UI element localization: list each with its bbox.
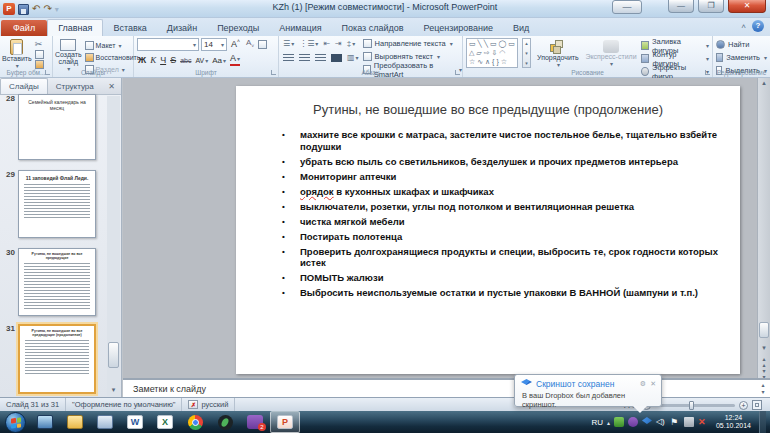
pane-tab-slides[interactable]: Слайды	[0, 78, 48, 94]
floating-minimize-button[interactable]: —	[612, 0, 642, 14]
decrease-indent-icon[interactable]: ⇤	[323, 39, 330, 48]
language-indicator[interactable]: русский	[201, 400, 228, 409]
shrink-font-icon[interactable]: A˅	[244, 38, 256, 51]
paragraph-dialog-launcher[interactable]	[455, 70, 460, 75]
pane-close-icon[interactable]: ✕	[102, 79, 121, 94]
line-spacing-icon[interactable]: ‡	[347, 39, 355, 48]
taskbar-computer-icon[interactable]	[30, 411, 60, 433]
cut-icon[interactable]: ✂	[35, 39, 44, 49]
tab-insert[interactable]: Вставка	[103, 20, 156, 36]
font-color-button[interactable]: A	[230, 54, 240, 66]
find-button[interactable]: Найти	[716, 38, 767, 51]
justify-icon[interactable]	[331, 54, 342, 62]
tab-home[interactable]: Главная	[47, 19, 103, 36]
shapes-gallery[interactable]: ▭ ╲ ╲ ▭ ◯ ▭ △ ▱ ⇨ ⇩ ◠ ☆ ∿ ∧ { } ☆	[466, 38, 518, 68]
zoom-slider[interactable]	[655, 404, 735, 407]
pane-tab-outline[interactable]: Структура	[48, 79, 102, 94]
tab-file[interactable]: Файл	[1, 20, 47, 36]
tab-design[interactable]: Дизайн	[157, 20, 207, 36]
align-center-icon[interactable]	[299, 54, 310, 62]
dropbox-notification[interactable]: Скриншот сохранен ⚙ ✕ В ваш Dropbox был …	[514, 374, 662, 407]
slide-thumbnail-28[interactable]: 28 Семейный календарь на месяц	[0, 94, 106, 160]
taskbar-explorer-icon[interactable]	[60, 411, 90, 433]
slide-thumbnail-29[interactable]: 29 11 заповедей Флай Леди.	[0, 170, 106, 238]
notes-scrollbar[interactable]: ▴▾	[757, 382, 769, 396]
action-center-flag-icon[interactable]: ⚑	[670, 417, 680, 427]
strikethrough-button[interactable]: S	[170, 55, 176, 65]
zoom-slider-knob[interactable]	[689, 401, 694, 410]
power-icon[interactable]	[684, 417, 694, 427]
scroll-up-icon[interactable]: ▴	[758, 79, 770, 87]
scrollbar-thumb[interactable]	[759, 322, 769, 338]
close-button[interactable]: ✕	[728, 0, 766, 13]
antivirus-tray-icon[interactable]	[614, 417, 624, 427]
notes-placeholder[interactable]: Заметки к слайду	[123, 380, 770, 394]
text-direction-button[interactable]: Направление текста	[363, 37, 462, 50]
pane-scrollbar-thumb[interactable]	[108, 342, 119, 368]
pane-scroll-down-icon[interactable]: ▾	[107, 386, 120, 394]
notes-pane[interactable]: Заметки к слайду ▴▾	[123, 378, 770, 397]
font-dialog-launcher[interactable]	[271, 70, 276, 75]
taskbar-word-icon[interactable]: W	[120, 411, 150, 433]
underline-button[interactable]: Ч	[160, 55, 166, 65]
grow-font-icon[interactable]: A˄	[229, 38, 242, 51]
shapes-gallery-scroll[interactable]: ▴▾▾	[522, 38, 530, 68]
tray-clock[interactable]: 12:24 05.10.2014	[712, 414, 755, 430]
language-tray-indicator[interactable]: RU	[591, 418, 603, 427]
hidden-icons-icon[interactable]: ▴	[607, 419, 610, 426]
theme-name[interactable]: "Оформление по умолчанию"	[66, 398, 182, 411]
taskbar-leaf-app-icon[interactable]	[210, 411, 240, 433]
viber-tray-icon[interactable]	[628, 417, 638, 427]
tab-review[interactable]: Рецензирование	[414, 20, 504, 36]
tab-transitions[interactable]: Переходы	[207, 20, 269, 36]
copy-icon[interactable]	[35, 50, 44, 59]
slide-bullet-list[interactable]: махните все крошки с матраса, застелите …	[276, 129, 726, 299]
arrange-button[interactable]: Упорядочить	[535, 38, 581, 68]
tab-view[interactable]: Вид	[503, 20, 539, 36]
spellcheck-status[interactable]: ✗ русский	[182, 398, 235, 411]
shadow-button[interactable]: abc	[180, 57, 191, 64]
change-case-button[interactable]: Aa	[212, 56, 226, 65]
align-left-icon[interactable]	[283, 54, 294, 62]
notification-settings-icon[interactable]: ⚙	[640, 380, 646, 388]
taskbar-calculator-icon[interactable]	[90, 411, 120, 433]
clipboard-dialog-launcher[interactable]	[45, 70, 50, 75]
start-button[interactable]	[5, 412, 26, 433]
tab-animations[interactable]: Анимация	[269, 20, 331, 36]
quick-styles-button[interactable]: Экспресс-стили	[585, 38, 637, 67]
taskbar-powerpoint-icon-active[interactable]: P	[270, 411, 300, 433]
italic-button[interactable]: К	[150, 55, 156, 65]
taskbar-excel-icon[interactable]: X	[150, 411, 180, 433]
taskbar-chrome-icon[interactable]	[180, 411, 210, 433]
volume-icon[interactable]: ◁)	[656, 417, 666, 427]
scroll-down-icon[interactable]: ▾	[758, 344, 770, 352]
collapse-ribbon-icon[interactable]: ˄	[741, 22, 746, 31]
vertical-scrollbar[interactable]: ▴ ▾ ▴▴ ▾▾	[757, 78, 770, 378]
clear-formatting-icon[interactable]	[258, 40, 267, 49]
slide-title[interactable]: Рутины, не вошедшие во все предыдущие (п…	[236, 102, 740, 117]
maximize-button[interactable]: ❐	[698, 0, 724, 13]
bullets-icon[interactable]: ☰	[283, 39, 294, 48]
help-icon[interactable]: ?	[752, 20, 764, 32]
layout-button[interactable]: Макет	[85, 40, 141, 50]
columns-icon[interactable]: ▥	[347, 53, 359, 62]
notification-close-icon[interactable]: ✕	[650, 380, 656, 388]
font-name-combo[interactable]	[137, 38, 199, 51]
drawing-dialog-launcher[interactable]	[705, 70, 710, 75]
slide-thumbnail-31-selected[interactable]: 31 Рутины, не вошедшие во все предыдущие…	[0, 324, 106, 394]
taskbar-viber-icon[interactable]: 2	[240, 411, 270, 433]
slide-thumbnail-30[interactable]: 30 Рутины, не вошедшие во все предыдущие	[0, 248, 106, 316]
minimize-button[interactable]: —	[668, 0, 694, 13]
numbering-icon[interactable]: ⋮☰	[299, 39, 318, 48]
network-disconnected-icon[interactable]: ✕	[698, 417, 708, 427]
reset-button[interactable]: Восстановить	[85, 52, 141, 62]
pane-scrollbar[interactable]: ▾	[107, 96, 120, 396]
previous-slide-icon[interactable]: ▴▴	[758, 356, 770, 368]
increase-indent-icon[interactable]: ⇥	[335, 39, 342, 48]
slide-31[interactable]: Рутины, не вошедшие во все предыдущие (п…	[236, 86, 740, 374]
paste-button[interactable]: Вставить	[2, 37, 32, 69]
zoom-in-icon[interactable]: +	[739, 401, 748, 410]
character-spacing-button[interactable]: AV	[195, 57, 208, 64]
format-painter-icon[interactable]	[35, 60, 44, 69]
font-size-combo[interactable]: 14	[201, 38, 227, 51]
